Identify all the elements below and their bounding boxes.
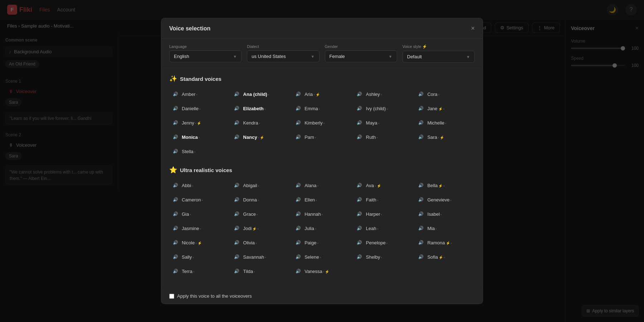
voice-play-button[interactable]: 🔊 — [233, 196, 241, 204]
modal-close-button[interactable]: × — [471, 25, 475, 32]
voice-item[interactable]: 🔊Ashley◦ — [353, 88, 414, 100]
voice-play-button[interactable]: 🔊 — [417, 210, 425, 218]
voice-item[interactable]: 🔊Nicole◦⚡ — [169, 237, 229, 248]
voice-item[interactable]: 🔊Sofia⚡◦ — [415, 251, 475, 263]
voice-item[interactable]: 🔊Kimberly◦ — [292, 117, 352, 128]
voice-play-button[interactable]: 🔊 — [294, 239, 302, 247]
voice-item[interactable]: 🔊Ramona⚡◦ — [415, 237, 475, 248]
voice-play-button[interactable]: 🔊 — [417, 119, 425, 127]
voice-play-button[interactable]: 🔊 — [233, 119, 241, 127]
voice-item[interactable]: 🔊Nancy◦⚡ — [231, 131, 291, 143]
voice-play-button[interactable]: 🔊 — [294, 104, 302, 112]
voice-item[interactable]: 🔊Ivy (child)◦ — [353, 103, 414, 114]
voice-item[interactable]: 🔊Harper◦ — [353, 208, 414, 220]
voice-item[interactable]: 🔊Grace◦ — [231, 208, 291, 220]
voice-item[interactable]: 🔊Hannah◦ — [292, 208, 352, 220]
voice-item[interactable]: 🔊Olivia◦ — [231, 237, 291, 248]
voice-play-button[interactable]: 🔊 — [294, 224, 302, 232]
voice-play-button[interactable]: 🔊 — [417, 104, 425, 112]
voice-play-button[interactable]: 🔊 — [294, 133, 302, 141]
voice-item[interactable]: 🔊Ava◦⚡ — [353, 180, 414, 191]
voice-play-button[interactable]: 🔊 — [417, 239, 425, 247]
voice-item[interactable]: 🔊Donna◦ — [231, 194, 291, 205]
voice-item[interactable]: 🔊Cameron◦ — [169, 194, 229, 205]
voice-play-button[interactable]: 🔊 — [294, 181, 302, 189]
voice-item[interactable]: 🔊Julia◦ — [292, 223, 352, 234]
voice-item[interactable]: 🔊Leah◦ — [353, 223, 414, 234]
voice-item[interactable]: 🔊Sally◦ — [169, 251, 229, 263]
voice-item[interactable]: 🔊Michelle◦ — [415, 117, 475, 128]
voice-play-button[interactable]: 🔊 — [171, 119, 179, 127]
voice-item[interactable]: 🔊Elizabeth◦ — [231, 103, 291, 114]
voice-item[interactable]: 🔊Selene◦ — [292, 251, 352, 263]
gender-select[interactable]: Female ▼ — [325, 50, 397, 62]
voice-item[interactable]: 🔊Savannah◦ — [231, 251, 291, 263]
voice-item[interactable]: 🔊Abbi◦ — [169, 180, 229, 191]
voice-item[interactable]: 🔊Gia◦ — [169, 208, 229, 220]
voice-play-button[interactable]: 🔊 — [417, 224, 425, 232]
language-select[interactable]: English ▼ — [169, 50, 241, 62]
voice-play-button[interactable]: 🔊 — [417, 133, 425, 141]
voice-play-button[interactable]: 🔊 — [233, 104, 241, 112]
voice-item[interactable]: 🔊Sara◦⚡ — [415, 131, 475, 143]
modal-overlay[interactable]: Voice selection × Language English ▼ Dia… — [0, 0, 644, 322]
voice-play-button[interactable]: 🔊 — [171, 210, 179, 218]
voice-play-button[interactable]: 🔊 — [171, 267, 179, 275]
voice-play-button[interactable]: 🔊 — [417, 90, 425, 98]
voice-item[interactable]: 🔊Stella◦ — [169, 146, 229, 157]
voice-play-button[interactable]: 🔊 — [233, 133, 241, 141]
voice-item[interactable]: 🔊Shelby◦ — [353, 251, 414, 263]
voice-item[interactable]: 🔊Alana◦ — [292, 180, 352, 191]
voice-play-button[interactable]: 🔊 — [356, 210, 364, 218]
voice-item[interactable]: 🔊Emma◦ — [292, 103, 352, 114]
voice-play-button[interactable]: 🔊 — [294, 210, 302, 218]
voice-item[interactable]: 🔊Tilda◦ — [231, 265, 291, 277]
voice-item[interactable]: 🔊Aria◦⚡ — [292, 88, 352, 100]
voice-item[interactable]: 🔊Penelope◦ — [353, 237, 414, 248]
voice-item[interactable]: 🔊Maya◦ — [353, 117, 414, 128]
voice-play-button[interactable]: 🔊 — [356, 239, 364, 247]
voice-item[interactable]: 🔊Jenny◦⚡ — [169, 117, 229, 128]
voice-style-select[interactable]: Default ▼ — [402, 51, 475, 63]
voice-play-button[interactable]: 🔊 — [233, 90, 241, 98]
voice-item[interactable]: 🔊Amber◦ — [169, 88, 229, 100]
voice-play-button[interactable]: 🔊 — [417, 181, 425, 189]
voice-item[interactable]: 🔊Faith◦ — [353, 194, 414, 205]
voice-item[interactable]: 🔊Monica◦ — [169, 131, 229, 143]
voice-play-button[interactable]: 🔊 — [356, 196, 364, 204]
apply-all-checkbox-label[interactable]: Apply this voice to all the voiceovers — [169, 293, 252, 299]
dialect-select[interactable]: us United States ▼ — [247, 50, 319, 62]
voice-item[interactable]: 🔊Abigail◦ — [231, 180, 291, 191]
voice-play-button[interactable]: 🔊 — [171, 239, 179, 247]
voice-item[interactable]: 🔊Pam◦ — [292, 131, 352, 143]
voice-play-button[interactable]: 🔊 — [294, 119, 302, 127]
voice-play-button[interactable]: 🔊 — [294, 267, 302, 275]
voice-play-button[interactable]: 🔊 — [356, 181, 364, 189]
voice-play-button[interactable]: 🔊 — [233, 239, 241, 247]
apply-all-checkbox[interactable] — [169, 294, 174, 299]
voice-item[interactable]: 🔊Ruth◦ — [353, 131, 414, 143]
voice-play-button[interactable]: 🔊 — [171, 196, 179, 204]
voice-play-button[interactable]: 🔊 — [171, 90, 179, 98]
voice-play-button[interactable]: 🔊 — [171, 147, 179, 155]
voice-play-button[interactable]: 🔊 — [356, 90, 364, 98]
voice-play-button[interactable]: 🔊 — [356, 224, 364, 232]
voice-item[interactable]: 🔊Bella⚡◦ — [415, 180, 475, 191]
voice-play-button[interactable]: 🔊 — [356, 253, 364, 261]
voice-item[interactable]: 🔊Jasmine◦ — [169, 223, 229, 234]
voice-play-button[interactable]: 🔊 — [171, 104, 179, 112]
voice-play-button[interactable]: 🔊 — [171, 253, 179, 261]
voice-item[interactable]: 🔊Kendra◦ — [231, 117, 291, 128]
voice-play-button[interactable]: 🔊 — [356, 119, 364, 127]
voice-play-button[interactable]: 🔊 — [233, 181, 241, 189]
voice-item[interactable]: 🔊Ellen◦ — [292, 194, 352, 205]
voice-play-button[interactable]: 🔊 — [294, 196, 302, 204]
voice-item[interactable]: 🔊Paige◦ — [292, 237, 352, 248]
voice-item[interactable]: 🔊Terra◦ — [169, 265, 229, 277]
voice-play-button[interactable]: 🔊 — [233, 224, 241, 232]
voice-play-button[interactable]: 🔊 — [356, 133, 364, 141]
voice-play-button[interactable]: 🔊 — [417, 196, 425, 204]
voice-item[interactable]: 🔊Vanessa◦⚡ — [292, 265, 352, 277]
voice-item[interactable]: 🔊Isabel◦ — [415, 208, 475, 220]
voice-play-button[interactable]: 🔊 — [171, 133, 179, 141]
